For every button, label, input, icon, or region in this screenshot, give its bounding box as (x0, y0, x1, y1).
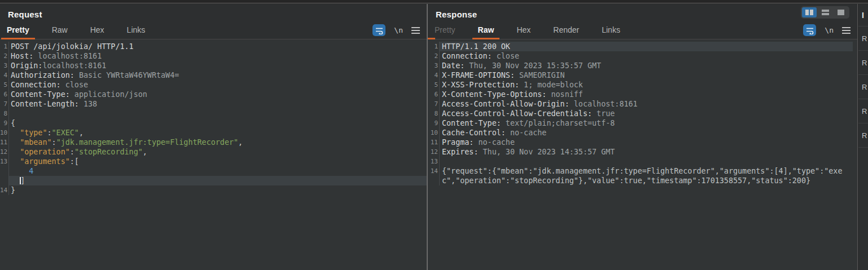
code-line[interactable]: 10Cache-Control: no-cache (428, 128, 857, 138)
request-tabrow-icons: \n (372, 24, 420, 36)
code-line[interactable]: 12 "operation":"stopRecording", (0, 147, 427, 157)
code-text: { (9, 118, 427, 128)
tab-links[interactable]: Links (126, 25, 147, 39)
tab-render[interactable]: Render (552, 25, 580, 39)
code-line[interactable]: 2Connection: close (428, 51, 857, 61)
code-text: Expires: Thu, 30 Nov 2023 14:35:57 GMT (440, 147, 853, 157)
line-number: 11 (428, 138, 438, 147)
split-rows-icon (822, 10, 829, 15)
code-text: Content-Type: application/json (9, 90, 427, 99)
code-line[interactable]: 8Access-Control-Allow-Credentials: true (428, 109, 857, 118)
line-number: 1 (0, 42, 7, 51)
code-line[interactable]: ] (0, 176, 427, 185)
code-line[interactable]: 12Expires: Thu, 30 Nov 2023 14:35:57 GMT (428, 147, 857, 157)
editor-menu-button[interactable] (411, 27, 420, 34)
inspector-strip-header[interactable]: I (858, 4, 868, 26)
code-text: 4 (9, 166, 427, 176)
code-line[interactable]: 4Authorization: Basic YWRtaW46YWRtaW4= (0, 70, 427, 80)
line-number: 12 (0, 147, 7, 157)
code-text: Host: localhost:8161 (9, 51, 427, 61)
inspector-strip-section[interactable]: R (858, 51, 868, 75)
code-line[interactable]: 14{"request":{"mbean":"jdk.management.jf… (428, 166, 857, 185)
line-number: 8 (0, 109, 7, 118)
code-line[interactable]: 10 "type":"EXEC", (0, 128, 427, 138)
code-line[interactable]: 7Access-Control-Allow-Origin: localhost:… (428, 99, 857, 109)
tab-links[interactable]: Links (600, 25, 621, 39)
layout-view-buttons (801, 6, 849, 19)
code-text: X-Content-Type-Options: nosniff (440, 90, 853, 99)
code-line[interactable]: 1HTTP/1.1 200 OK (428, 42, 857, 51)
show-newlines-toggle[interactable]: \n (825, 26, 834, 34)
code-line[interactable]: 3Origin:localhost:8161 (0, 61, 427, 70)
code-line[interactable]: 1POST /api/jolokia/ HTTP/1.1 (0, 42, 427, 51)
tab-pretty[interactable]: Pretty (433, 25, 457, 39)
inspector-strip-section[interactable]: R (858, 99, 868, 123)
response-editor[interactable]: 1HTTP/1.1 200 OK2Connection: close3Date:… (428, 39, 857, 270)
line-number: 12 (428, 147, 438, 157)
code-line[interactable]: 9{ (0, 118, 427, 128)
code-line[interactable]: 4 (0, 166, 427, 176)
split-rows-button[interactable] (818, 7, 832, 17)
code-line[interactable]: 6X-Content-Type-Options: nosniff (428, 90, 857, 99)
response-tabrow-icons: \n (803, 24, 851, 36)
code-text (9, 109, 427, 118)
code-line[interactable]: 8 (0, 109, 427, 118)
code-text: Connection: close (9, 80, 427, 90)
line-number: 5 (0, 80, 7, 90)
code-line[interactable]: 5Connection: close (0, 80, 427, 90)
code-line[interactable]: 7Content-Length: 138 (0, 99, 427, 109)
code-line[interactable]: 5X-XSS-Protection: 1; mode=block (428, 80, 857, 90)
code-line[interactable]: 6Content-Type: application/json (0, 90, 427, 99)
line-number: 7 (428, 99, 438, 109)
inspector-strip-section[interactable]: R (858, 123, 868, 148)
code-line[interactable]: 2Host: localhost:8161 (0, 51, 427, 61)
inspector-strip-label: R (862, 59, 867, 67)
response-tab-row: PrettyRawHexRenderLinks \n (428, 22, 857, 39)
code-text: Access-Control-Allow-Origin: localhost:8… (440, 99, 853, 109)
code-text: HTTP/1.1 200 OK (440, 42, 853, 51)
code-text: "mbean":"jdk.management.jfr:type=FlightR… (9, 138, 427, 147)
tab-raw[interactable]: Raw (51, 25, 69, 39)
split-columns-button[interactable] (802, 7, 817, 17)
word-wrap-toggle-button[interactable] (372, 24, 385, 36)
line-number: 13 (428, 157, 438, 166)
code-text: Connection: close (440, 51, 853, 61)
code-text (440, 157, 853, 166)
code-text: "operation":"stopRecording", (9, 147, 427, 157)
inspector-strip-section[interactable]: R (858, 26, 868, 51)
tab-raw[interactable]: Raw (477, 25, 496, 39)
inspector-strip-section[interactable]: R (858, 75, 868, 99)
code-line[interactable]: 11Pragma: no-cache (428, 138, 857, 147)
word-wrap-toggle-button[interactable] (803, 24, 816, 36)
single-pane-button[interactable] (834, 7, 848, 17)
code-line[interactable]: 13 "arguments":[ (0, 157, 427, 166)
code-line[interactable]: 3Date: Thu, 30 Nov 2023 15:35:57 GMT (428, 61, 857, 70)
response-panel: Response PrettyRawHexRenderLinks \n 1HTT… (428, 4, 858, 270)
line-number: 7 (0, 99, 7, 109)
code-text: Access-Control-Allow-Credentials: true (440, 109, 853, 118)
tab-hex[interactable]: Hex (89, 25, 106, 39)
code-line[interactable]: 13 (428, 157, 857, 166)
code-line[interactable]: 4X-FRAME-OPTIONS: SAMEORIGIN (428, 70, 857, 80)
line-number: 2 (428, 51, 438, 61)
response-panel-title: Response (436, 10, 477, 19)
code-line[interactable]: 11 "mbean":"jdk.management.jfr:type=Flig… (0, 138, 427, 147)
code-line[interactable]: 14} (0, 185, 427, 195)
line-number: 10 (0, 128, 7, 138)
code-text: Content-Length: 138 (9, 99, 427, 109)
request-tab-row: PrettyRawHexLinks \n (0, 22, 427, 39)
code-text: Pragma: no-cache (440, 138, 853, 147)
tab-pretty[interactable]: Pretty (6, 25, 30, 39)
editor-menu-button[interactable] (842, 27, 851, 34)
burp-message-editor-screen: Request PrettyRawHexLinks \n 1POST /api/… (0, 0, 868, 270)
line-number: 11 (0, 138, 7, 147)
show-newlines-toggle[interactable]: \n (394, 26, 403, 34)
code-line[interactable]: 9Content-Type: text/plain;charset=utf-8 (428, 118, 857, 128)
inspector-strip-label: R (862, 131, 867, 140)
line-number: 4 (0, 70, 7, 80)
code-text: "type":"EXEC", (9, 128, 427, 138)
tab-hex[interactable]: Hex (515, 25, 532, 39)
word-wrap-icon (375, 26, 384, 34)
single-pane-icon (838, 10, 844, 15)
request-editor[interactable]: 1POST /api/jolokia/ HTTP/1.12Host: local… (0, 39, 427, 270)
